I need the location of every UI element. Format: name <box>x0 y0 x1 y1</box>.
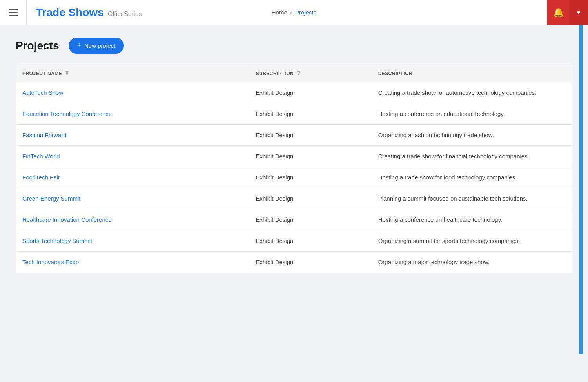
subscription-cell: Exhibit Design <box>249 146 372 167</box>
header-title-area: Trade Shows OfficeSeries <box>27 6 151 19</box>
project-link[interactable]: Green Energy Summit <box>22 195 80 202</box>
description-cell: Organizing a major technology trade show… <box>372 252 572 273</box>
description-cell: Organizing a summit for sports technolog… <box>372 230 572 252</box>
header: Trade Shows OfficeSeries Home » Projects… <box>0 0 588 25</box>
project-link[interactable]: FinTech World <box>22 153 60 159</box>
description-cell: Organizing a fashion technology trade sh… <box>372 125 572 146</box>
nav-separator: » <box>290 9 293 16</box>
description-cell: Creating a trade show for automotive tec… <box>372 82 572 103</box>
page-title-row: Projects + New project <box>16 38 572 54</box>
table-row: Green Energy SummitExhibit DesignPlannin… <box>16 188 572 209</box>
description-cell: Hosting a trade show for food technology… <box>372 167 572 188</box>
col-header-project-name: PROJECT NAME ⊽ <box>16 65 250 82</box>
breadcrumb: Home » Projects <box>272 9 317 16</box>
project-link[interactable]: Healthcare Innovation Conference <box>22 216 112 223</box>
menu-button[interactable] <box>0 0 27 25</box>
project-link[interactable]: AutoTech Show <box>22 89 63 96</box>
project-link[interactable]: Tech Innovators Expo <box>22 259 79 265</box>
bell-icon: 🔔 <box>553 7 564 18</box>
filter-icon-subscription[interactable]: ⊽ <box>297 71 301 76</box>
project-link[interactable]: Education Technology Conference <box>22 110 112 117</box>
subscription-cell: Exhibit Design <box>249 125 372 146</box>
project-link[interactable]: FoodTech Fair <box>22 174 60 181</box>
app-subtitle: OfficeSeries <box>108 11 142 18</box>
projects-table: PROJECT NAME ⊽ SUBSCRIPTION ⊽ DESCRIPTIO… <box>16 65 572 273</box>
description-cell: Hosting a conference on healthcare techn… <box>372 209 572 230</box>
subscription-cell: Exhibit Design <box>249 252 372 273</box>
col-header-subscription: SUBSCRIPTION ⊽ <box>249 65 372 82</box>
subscription-cell: Exhibit Design <box>249 167 372 188</box>
table-row: Tech Innovators ExpoExhibit DesignOrgani… <box>16 252 572 273</box>
header-actions: 🔔 ▼ <box>547 0 588 25</box>
subscription-cell: Exhibit Design <box>249 188 372 209</box>
app-title: Trade Shows <box>36 6 104 19</box>
table-row: Healthcare Innovation ConferenceExhibit … <box>16 209 572 230</box>
filter-icon-project[interactable]: ⊽ <box>65 71 69 76</box>
subscription-cell: Exhibit Design <box>249 230 372 252</box>
table-row: Education Technology ConferenceExhibit D… <box>16 103 572 125</box>
project-link[interactable]: Fashion Forward <box>22 132 67 138</box>
nav-home-link[interactable]: Home <box>272 9 287 16</box>
new-project-button[interactable]: + New project <box>69 38 124 54</box>
nav-projects-link[interactable]: Projects <box>295 9 316 16</box>
table-row: Sports Technology SummitExhibit DesignOr… <box>16 230 572 252</box>
table-row: FinTech WorldExhibit DesignCreating a tr… <box>16 146 572 167</box>
table-header-row: PROJECT NAME ⊽ SUBSCRIPTION ⊽ DESCRIPTIO… <box>16 65 572 82</box>
plus-icon: + <box>77 42 82 50</box>
main-content: Projects + New project PROJECT NAME ⊽ SU… <box>0 25 588 285</box>
scrollbar-bar[interactable] <box>579 25 583 354</box>
notifications-button[interactable]: 🔔 <box>547 0 569 25</box>
page-title: Projects <box>16 40 59 52</box>
col-header-description: DESCRIPTION <box>372 65 572 82</box>
subscription-cell: Exhibit Design <box>249 209 372 230</box>
new-project-label: New project <box>84 42 115 49</box>
hamburger-icon <box>9 9 18 16</box>
description-cell: Planning a summit focused on sustainable… <box>372 188 572 209</box>
description-cell: Creating a trade show for financial tech… <box>372 146 572 167</box>
chevron-down-icon: ▼ <box>576 9 581 16</box>
project-link[interactable]: Sports Technology Summit <box>22 237 92 244</box>
subscription-cell: Exhibit Design <box>249 82 372 103</box>
user-dropdown-button[interactable]: ▼ <box>569 0 588 25</box>
table-row: FoodTech FairExhibit DesignHosting a tra… <box>16 167 572 188</box>
table-row: Fashion ForwardExhibit DesignOrganizing … <box>16 125 572 146</box>
table-row: AutoTech ShowExhibit DesignCreating a tr… <box>16 82 572 103</box>
description-cell: Hosting a conference on educational tech… <box>372 103 572 125</box>
subscription-cell: Exhibit Design <box>249 103 372 125</box>
